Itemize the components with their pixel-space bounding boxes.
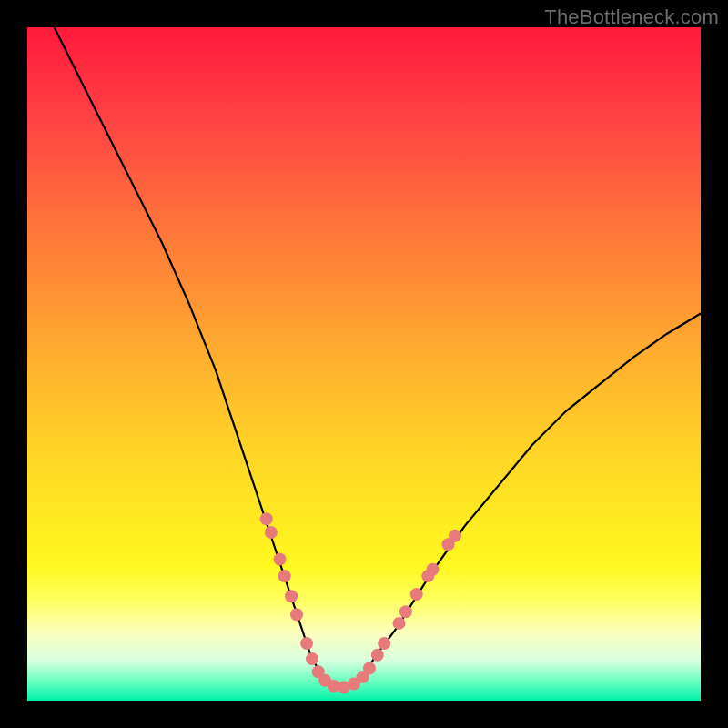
curve-marker (265, 526, 278, 539)
curve-marker (427, 563, 440, 576)
curve-marker (378, 637, 390, 650)
curve-marker (300, 637, 313, 650)
chart-plot-area (27, 27, 701, 701)
curve-marker (393, 617, 406, 630)
curve-markers (260, 512, 461, 693)
curve-marker (290, 608, 303, 621)
watermark-text: TheBottleneck.com (544, 5, 719, 29)
curve-marker (278, 570, 291, 582)
curve-marker (285, 590, 298, 602)
curve-marker (371, 649, 384, 662)
curve-marker (410, 588, 423, 601)
curve-marker (399, 605, 412, 618)
curve-marker (274, 553, 287, 566)
curve-marker (449, 530, 461, 542)
bottleneck-curve (55, 27, 701, 687)
curve-marker (260, 512, 273, 525)
bottleneck-curve-svg (27, 27, 701, 701)
curve-marker (306, 652, 318, 665)
curve-marker (363, 662, 376, 675)
